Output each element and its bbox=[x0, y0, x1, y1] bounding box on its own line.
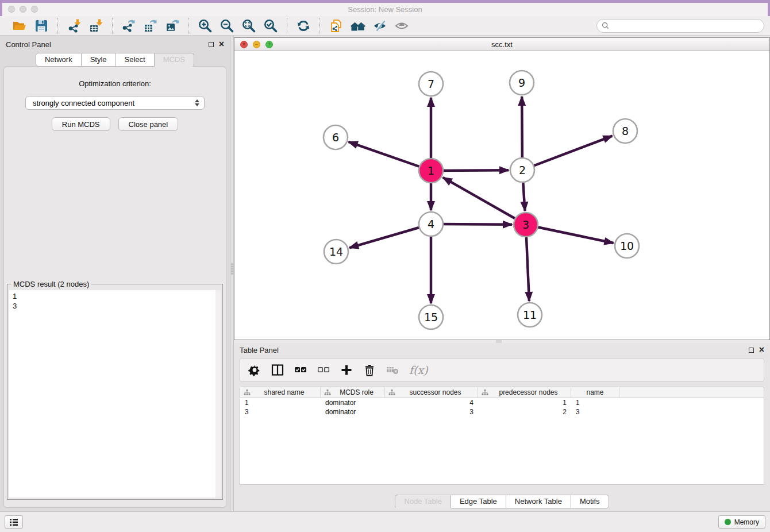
network-window-title: scc.txt bbox=[234, 40, 769, 49]
table-cell[interactable]: dominator bbox=[321, 398, 385, 407]
memory-status-icon bbox=[725, 519, 731, 525]
save-session-icon[interactable] bbox=[32, 18, 51, 34]
tab-select[interactable]: Select bbox=[116, 53, 155, 67]
graph-node-label: 3 bbox=[522, 218, 529, 231]
float-panel-icon[interactable] bbox=[209, 42, 214, 47]
graph-node-label: 15 bbox=[424, 311, 438, 323]
table-row[interactable]: 3dominator323 bbox=[240, 407, 764, 417]
task-history-button[interactable] bbox=[5, 515, 23, 529]
delete-table-icon bbox=[386, 363, 399, 377]
column-type-icon bbox=[324, 390, 331, 396]
settings-gear-icon[interactable] bbox=[248, 363, 261, 377]
toolbar-separator bbox=[57, 18, 58, 34]
eye-icon[interactable] bbox=[392, 18, 411, 34]
zoom-selected-icon[interactable] bbox=[261, 18, 280, 34]
control-panel: Control Panel × NetworkStyleSelectMCDS O… bbox=[0, 36, 230, 511]
graph-node-label: 1 bbox=[428, 164, 434, 177]
run-mcds-button[interactable]: Run MCDS bbox=[52, 117, 110, 131]
table-cell[interactable]: 3 bbox=[385, 407, 478, 417]
toolbar-separator bbox=[319, 18, 320, 34]
graph-edge-3-10[interactable] bbox=[526, 225, 614, 243]
delete-row-icon[interactable] bbox=[363, 363, 376, 377]
toggle-columns-icon[interactable] bbox=[271, 363, 284, 377]
table-cell[interactable]: 2 bbox=[478, 407, 571, 417]
vertical-split-divider[interactable] bbox=[230, 36, 234, 511]
column-header-name[interactable]: name bbox=[571, 387, 619, 398]
graph-node-label: 14 bbox=[329, 245, 343, 258]
criterion-dropdown[interactable]: strongly connected component bbox=[25, 96, 205, 110]
import-table-icon[interactable] bbox=[87, 18, 105, 34]
table-cell[interactable]: 1 bbox=[478, 398, 571, 407]
duplicate-network-icon[interactable] bbox=[327, 18, 345, 34]
node-table: shared nameMCDS rolesuccessor nodesprede… bbox=[240, 387, 764, 485]
list-icon bbox=[9, 518, 18, 526]
table-cell[interactable]: 1 bbox=[571, 398, 619, 407]
table-cell[interactable]: 1 bbox=[240, 398, 321, 407]
graph-edge-2-8[interactable] bbox=[522, 136, 613, 170]
add-row-icon[interactable] bbox=[340, 363, 353, 377]
tab-motifs[interactable]: Motifs bbox=[571, 495, 609, 508]
horizontal-split-divider[interactable] bbox=[234, 340, 770, 343]
tab-network-table[interactable]: Network Table bbox=[506, 495, 571, 508]
table-row[interactable]: 1dominator411 bbox=[240, 398, 764, 407]
zoom-out-icon[interactable] bbox=[218, 18, 236, 34]
graph-edge-1-6[interactable] bbox=[349, 142, 431, 171]
column-header-shared-name[interactable]: shared name bbox=[240, 387, 321, 398]
mcds-result-title: MCDS result (2 nodes) bbox=[11, 280, 91, 288]
close-panel-icon[interactable]: × bbox=[759, 347, 764, 353]
deselect-all-icon[interactable] bbox=[317, 363, 330, 377]
search-input[interactable] bbox=[612, 21, 759, 30]
export-table-icon[interactable] bbox=[141, 18, 160, 34]
tab-edge-table[interactable]: Edge Table bbox=[451, 495, 506, 508]
table-cell[interactable]: 3 bbox=[571, 407, 619, 417]
tab-network[interactable]: Network bbox=[36, 53, 82, 67]
eye-slash-icon[interactable] bbox=[371, 18, 389, 34]
export-image-icon[interactable] bbox=[163, 18, 182, 34]
column-header-filler bbox=[619, 387, 764, 398]
graph-node-label: 10 bbox=[620, 240, 634, 252]
mcds-result-text[interactable]: 13 bbox=[9, 290, 221, 498]
status-bar: Memory bbox=[0, 511, 770, 532]
graph-node-label: 9 bbox=[518, 76, 525, 89]
column-header-MCDS-role[interactable]: MCDS role bbox=[321, 387, 385, 398]
table-cell[interactable]: dominator bbox=[321, 407, 385, 417]
memory-button[interactable]: Memory bbox=[718, 515, 765, 529]
search-icon bbox=[602, 22, 609, 29]
table-toolbar: f(x) bbox=[240, 358, 764, 382]
tab-node-table[interactable]: Node Table bbox=[395, 495, 451, 508]
zoom-fit-icon[interactable] bbox=[240, 18, 258, 34]
search-field[interactable] bbox=[596, 19, 764, 33]
table-cell[interactable]: 4 bbox=[385, 398, 478, 407]
float-panel-icon[interactable] bbox=[749, 348, 754, 353]
open-session-folder-icon[interactable] bbox=[10, 18, 29, 34]
export-network-icon[interactable] bbox=[120, 18, 138, 34]
refresh-icon[interactable] bbox=[294, 18, 313, 34]
memory-label: Memory bbox=[734, 518, 759, 526]
column-header-predecessor-nodes[interactable]: predecessor nodes bbox=[478, 387, 571, 398]
table-cell[interactable]: 3 bbox=[240, 407, 321, 417]
node-table-body[interactable]: 1dominator4113dominator323 bbox=[240, 398, 764, 484]
graph-node-label: 4 bbox=[428, 218, 434, 230]
zoom-in-icon[interactable] bbox=[196, 18, 214, 34]
split-handle[interactable] bbox=[231, 263, 233, 275]
split-handle[interactable] bbox=[496, 340, 502, 343]
column-type-icon bbox=[482, 390, 488, 396]
close-panel-icon[interactable]: × bbox=[219, 41, 224, 47]
double-home-icon[interactable] bbox=[349, 18, 367, 34]
tab-style[interactable]: Style bbox=[82, 53, 116, 67]
select-all-icon[interactable] bbox=[294, 363, 307, 377]
network-canvas[interactable]: 7968124314101511 bbox=[234, 51, 769, 340]
graph-node-label: 7 bbox=[428, 78, 434, 90]
close-panel-button[interactable]: Close panel bbox=[118, 117, 179, 131]
network-window-titlebar[interactable]: × − + scc.txt bbox=[234, 38, 769, 51]
graph-edge-3-1[interactable] bbox=[443, 178, 526, 225]
network-view-window: × − + scc.txt 7968124314101511 bbox=[234, 37, 770, 340]
result-scrollbar bbox=[215, 290, 221, 498]
column-header-successor-nodes[interactable]: successor nodes bbox=[385, 387, 478, 398]
chevron-updown-icon bbox=[195, 99, 199, 106]
tab-mcds[interactable]: MCDS bbox=[155, 53, 194, 67]
graph-node-label: 8 bbox=[622, 125, 629, 137]
graph-node-label: 2 bbox=[519, 164, 526, 176]
table-panel-title: Table Panel bbox=[240, 346, 279, 354]
import-network-icon[interactable] bbox=[65, 18, 83, 34]
